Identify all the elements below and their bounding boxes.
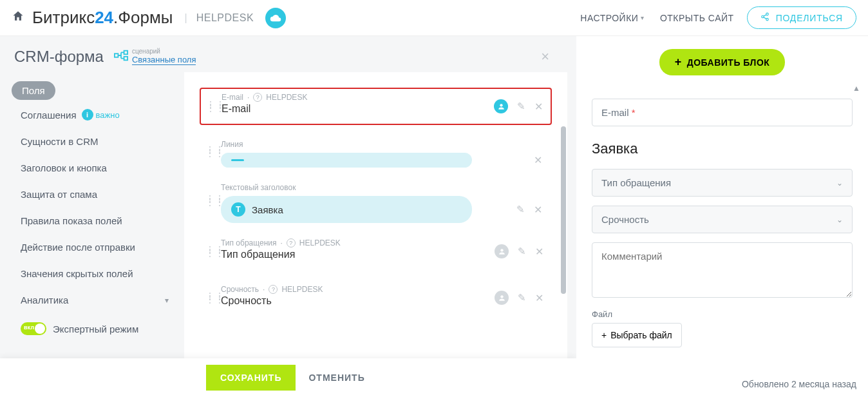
left-panel: CRM-форма сценарий Связанные поля × Поля — [0, 36, 576, 397]
info-icon: i — [82, 109, 93, 121]
footer-action-bar: СОХРАНИТЬ ОТМЕНИТЬ — [0, 358, 576, 397]
scenario-icon — [114, 50, 128, 64]
sidebar-item-display-rules[interactable]: Правила показа полей — [12, 209, 178, 233]
nav-open-site[interactable]: ОТКРЫТЬ САЙТ — [660, 13, 734, 23]
field-card-line[interactable]: ⋮⋮⋮⋮ Линия ✕ — [200, 134, 552, 168]
person-icon[interactable] — [494, 99, 508, 113]
drag-handle-icon[interactable]: ⋮⋮⋮⋮ — [205, 197, 225, 204]
field-card-type[interactable]: ⋮⋮⋮⋮ Тип обращения· ? HELPDESK Тип обращ… — [200, 233, 552, 270]
share-button[interactable]: ПОДЕЛИТЬСЯ — [747, 6, 856, 29]
preview-panel: + ДОБАВИТЬ БЛОК ▲ E-mail * Заявка Тип об… — [576, 36, 868, 397]
left-panel-header: CRM-форма сценарий Связанные поля × — [0, 36, 576, 72]
close-icon[interactable]: ✕ — [534, 154, 542, 166]
line-icon — [231, 159, 244, 161]
drag-handle-icon[interactable]: ⋮⋮⋮⋮ — [205, 247, 225, 255]
sidebar-item-agreements[interactable]: Соглашения i важно — [12, 102, 178, 127]
field-meta: Линия — [221, 140, 542, 149]
required-asterisk: * — [632, 107, 636, 118]
svg-point-1 — [761, 15, 764, 18]
panel-title: CRM-форма — [14, 48, 104, 66]
chevron-down-icon: ▾ — [165, 296, 169, 305]
field-meta: Текстовый заголовок — [221, 183, 542, 192]
plus-icon: + — [601, 330, 607, 340]
logo-brand: Битрикс — [32, 8, 95, 27]
preview-type-select[interactable]: Тип обращения ⌄ — [592, 169, 853, 197]
close-icon[interactable]: ✕ — [535, 292, 543, 304]
plus-icon: + — [675, 55, 682, 69]
preview-file-button[interactable]: + Выбрать файл — [592, 323, 682, 347]
sidebar: Поля Соглашения i важно Сущности в CRM З… — [0, 72, 184, 397]
sidebar-item-hidden-values[interactable]: Значения скрытых полей — [12, 262, 178, 286]
toggle-on-label: вкл — [24, 324, 34, 331]
svg-point-2 — [766, 18, 768, 21]
svg-point-7 — [500, 249, 503, 251]
cloud-icon[interactable] — [265, 8, 286, 28]
person-icon[interactable] — [495, 291, 509, 305]
nav-settings[interactable]: НАСТРОЙКИ ▾ — [580, 13, 645, 23]
field-card-urgency[interactable]: ⋮⋮⋮⋮ Срочность· ? HELPDESK Срочность ✎ ✕ — [200, 279, 552, 316]
drag-handle-icon[interactable]: ⋮⋮⋮⋮ — [205, 148, 225, 155]
text-icon: T — [231, 202, 245, 217]
home-icon[interactable] — [12, 10, 24, 26]
sidebar-item-spam[interactable]: Защита от спама — [12, 182, 178, 206]
form-editor: ⋮⋮⋮⋮ E-mail · ? HELPDESK E-mail ✎ ✕ — [184, 72, 567, 397]
svg-point-8 — [500, 295, 503, 298]
updated-toast: Обновлено 2 месяца назад — [737, 375, 862, 393]
heading-text: Заявка — [252, 204, 283, 215]
field-card-email[interactable]: ⋮⋮⋮⋮ E-mail · ? HELPDESK E-mail ✎ ✕ — [200, 88, 552, 125]
expert-mode-label: Экспертный режим — [53, 324, 138, 334]
scenario-value-link[interactable]: Связанные поля — [132, 55, 196, 65]
divider-pill — [221, 153, 472, 168]
svg-rect-5 — [124, 56, 128, 60]
breadcrumb-label: HELPDESK — [196, 12, 254, 24]
preview-section-title: Заявка — [592, 140, 853, 157]
person-icon[interactable] — [495, 244, 509, 258]
drag-handle-icon[interactable]: ⋮⋮⋮⋮ — [206, 102, 225, 110]
chevron-down-icon: ▾ — [641, 14, 645, 21]
top-header: Битрикс24.Формы | HELPDESK НАСТРОЙКИ ▾ О… — [0, 0, 868, 36]
svg-rect-3 — [115, 53, 118, 57]
svg-point-0 — [766, 13, 768, 15]
scenario-small-label: сценарий — [132, 48, 196, 55]
close-icon[interactable]: ✕ — [535, 246, 543, 258]
svg-rect-4 — [124, 50, 128, 54]
edit-icon[interactable]: ✎ — [517, 101, 525, 112]
important-badge: i важно — [82, 109, 120, 121]
toggle-knob — [35, 324, 45, 334]
field-card-heading[interactable]: ⋮⋮⋮⋮ Текстовый заголовок T Заявка ✎ ✕ — [200, 177, 552, 224]
sidebar-item-header-button[interactable]: Заголовок и кнопка — [12, 156, 178, 180]
preview-comment-textarea[interactable] — [592, 242, 853, 298]
save-button[interactable]: СОХРАНИТЬ — [206, 365, 296, 391]
logo-suffix: .Формы — [113, 8, 173, 27]
hint-icon[interactable]: ? — [269, 285, 278, 294]
drag-handle-icon[interactable]: ⋮⋮⋮⋮ — [205, 294, 225, 302]
hint-icon[interactable]: ? — [253, 93, 262, 102]
sidebar-item-fields[interactable]: Поля — [12, 81, 55, 100]
sidebar-item-analytics[interactable]: Аналитика ▾ — [12, 288, 178, 312]
hint-icon[interactable]: ? — [287, 238, 296, 247]
expert-mode-row: вкл Экспертный режим — [12, 316, 178, 342]
close-icon[interactable]: ✕ — [534, 204, 542, 216]
preview-urgency-select[interactable]: Срочность ⌄ — [592, 206, 853, 233]
sidebar-item-crm-entities[interactable]: Сущности в CRM — [12, 130, 178, 153]
expert-mode-toggle[interactable]: вкл — [21, 322, 46, 335]
cancel-button[interactable]: ОТМЕНИТЬ — [308, 373, 364, 383]
share-icon — [760, 12, 769, 23]
edit-icon[interactable]: ✎ — [518, 292, 526, 304]
chevron-down-icon: ⌄ — [836, 179, 843, 188]
logo-number: 24 — [95, 8, 113, 27]
add-block-button[interactable]: + ДОБАВИТЬ БЛОК — [659, 49, 786, 75]
edit-icon[interactable]: ✎ — [516, 204, 525, 215]
editor-scrollbar[interactable] — [561, 126, 567, 345]
edit-icon[interactable]: ✎ — [518, 246, 526, 257]
close-icon[interactable]: ✕ — [534, 101, 543, 113]
heading-pill: T Заявка — [221, 196, 472, 223]
preview-file-label: Файл — [592, 309, 853, 319]
scrollbar-thumb[interactable] — [561, 126, 566, 294]
scenario-link[interactable]: сценарий Связанные поля — [114, 48, 196, 65]
preview-email-field[interactable]: E-mail * — [592, 99, 853, 126]
scroll-up-icon[interactable]: ▲ — [853, 84, 860, 93]
sidebar-item-after-submit[interactable]: Действие после отправки — [12, 235, 178, 259]
breadcrumb-separator: | — [185, 12, 187, 24]
close-icon[interactable]: × — [541, 48, 549, 65]
